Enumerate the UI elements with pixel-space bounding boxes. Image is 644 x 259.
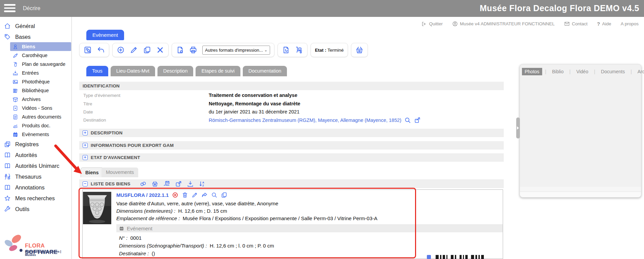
quitter-link[interactable]: Quitter [421,21,443,27]
external-link-icon[interactable] [175,180,182,187]
trolley-icon[interactable] [295,46,303,54]
svg-text:Z: Z [202,184,204,187]
share-forward-icon[interactable] [201,192,208,198]
delete-x-icon[interactable] [156,46,164,54]
open-in-window-icon[interactable] [414,117,421,124]
hamburger-menu-icon[interactable] [4,4,16,13]
tab-description[interactable]: Description [157,66,194,76]
sidebar-item-phototheque[interactable]: Photothèque [10,77,71,86]
destination-link[interactable]: Römisch-Germanisches Zentralmuseum (RGZM… [209,118,401,123]
sidebar-item-bases[interactable]: Bases [0,31,71,42]
media-tab-photos[interactable]: Photos [522,68,542,75]
undo-icon[interactable] [97,46,105,54]
media-tab-archives[interactable]: Archives [635,68,644,75]
item-dimensions2-row: Dimensions (Scénographie/Transport) : H.… [119,243,274,249]
etat-status: Etat : Terminé [315,48,344,53]
download-icon[interactable] [187,180,194,187]
media-tab-documents[interactable]: Documents [598,68,627,75]
media-tab-video[interactable]: Vidéo [574,68,591,75]
sidebar-item-carotheque[interactable]: Carothèque [10,51,71,60]
item-thumbnail-vase[interactable] [83,192,111,224]
sidebar-item-mes-recherches[interactable]: Mes recherches [0,193,71,204]
sidebar-item-thesaurus[interactable]: A ⤵⤴ B Thesaurus [0,171,71,182]
star-icon [4,195,11,202]
expand-plus-icon[interactable]: + [83,143,88,148]
sidebar-item-general[interactable]: Général [0,21,71,31]
subtab-biens[interactable]: Biens [81,167,104,177]
item-emplacement-row: Emplacement de référence : Musée Flora /… [116,215,377,221]
sidebar-item-autorites-unimarc[interactable]: Autorités Unimarc [0,160,71,171]
description-section-header[interactable]: + DESCRIPTION [79,129,504,137]
collapse-minus-icon[interactable]: − [83,181,88,186]
contact-link[interactable]: Contact [564,21,588,27]
sidebar-item-plan-sauvegarde[interactable]: Plan de sauvegarde [10,60,71,69]
search-icon[interactable] [404,117,411,124]
field-value: Nettoyage, Remontage du vase diatrète [209,101,300,106]
sidebar-item-entrees[interactable]: Entrées [10,69,71,77]
toolbar-group-search [79,43,109,57]
aide-link[interactable]: ? Aide [597,21,611,27]
link-icon[interactable] [140,180,147,187]
tab-documentation[interactable]: Documentation [243,66,287,76]
expand-plus-icon[interactable]: + [83,155,88,160]
toolbar: Autres formats d'impression... ⌄ Etat : … [79,43,368,57]
module-label: Décrire [23,5,40,11]
duplicate-icon[interactable] [143,46,151,54]
basket-icon[interactable] [151,180,158,187]
edit-pencil-icon[interactable] [192,192,198,198]
liste-des-biens-header[interactable]: − LISTE DES BIENS AZ [79,179,504,188]
add-icon[interactable] [117,46,125,54]
sidebar-item-evenements[interactable]: Evènements [10,130,71,139]
save-disk-hand-icon[interactable] [163,180,170,187]
item-numero-row: N° : 0001 [119,235,142,241]
media-panel-tabs: Photos | Biblio | Vidéo | Documents | Ar… [522,68,644,75]
item-ref-link[interactable]: MUSFLORA / 2022.1.1 [116,192,169,198]
search-icon[interactable] [211,192,217,198]
sidebar-item-bibliotheque[interactable]: Bibliothèque [10,86,71,95]
panel-collapse-handle[interactable] [516,118,520,138]
sort-az-icon[interactable]: AZ [199,180,206,187]
sidebar-item-videos-sons[interactable]: Vidéos - Sons [10,104,71,112]
sidebar-item-registres[interactable]: Registres [0,139,71,150]
expand-plus-icon[interactable]: + [83,130,88,135]
duplicate-icon[interactable] [221,192,227,198]
avancement-section-header[interactable]: + ETAT D'AVANCEMENT [79,153,504,162]
tab-tous[interactable]: Tous [86,66,108,76]
remove-circle-icon[interactable] [172,192,178,198]
open-book-icon [4,184,11,191]
sidebar-item-produits-doc[interactable]: Produits doc. [10,121,71,130]
sidebar-item-annotations[interactable]: Annotations [0,182,71,193]
sidebar-item-biens[interactable]: Biens [10,42,71,51]
trash-icon[interactable] [182,192,188,198]
identification-header[interactable]: IDENTIFICATION [79,82,504,90]
field-label: Titre [83,101,92,106]
toolbar-group-attach [277,43,308,57]
print-file-icon[interactable] [176,46,184,54]
home-icon [4,23,11,29]
subtab-mouvements[interactable]: Mouvements [101,167,138,177]
tab-lieu-dates-mvt[interactable]: Lieu-Dates-Mvt [111,66,155,76]
app-title: Musée Flora Decalog Flora DEMO v4.5 [480,3,639,13]
apropos-link[interactable]: A propos [621,21,639,26]
sidebar-item-outils[interactable]: Outils [0,204,71,214]
field-value: Traitement de conservation et analyse [209,93,297,98]
sidebar-item-archives[interactable]: Archives [10,95,71,104]
toolbar-group-etat: Etat : Terminé [311,43,348,57]
sidebar-item-autorites[interactable]: Autorités [0,150,71,160]
tab-etapes-de-suivi[interactable]: Etapes de suivi [196,66,240,76]
printer-icon[interactable] [189,46,197,54]
result-list-icon[interactable] [84,46,92,54]
export-gam-section-header[interactable]: + INFORMATIONS POUR EXPORT GAM [79,141,504,150]
field-label: Type d'évènement [83,93,120,98]
print-formats-select[interactable]: Autres formats d'impression... ⌄ [202,46,270,55]
record-type-chip[interactable]: Evènement [86,30,124,40]
chevron-down-icon: ⌄ [264,48,267,52]
bust-icon [12,44,18,50]
media-tab-biblio[interactable]: Biblio [549,68,566,75]
user-menu[interactable]: Musée v4 ADMINISTRATEUR FONCTIONNEL [452,21,555,27]
attach-file-icon[interactable] [282,46,290,54]
media-panel-footer-strip [520,187,641,191]
sidebar-item-autres-documents[interactable]: Autres documents [10,112,71,121]
edit-pencil-icon[interactable] [130,46,138,54]
basket-icon[interactable] [355,46,363,54]
